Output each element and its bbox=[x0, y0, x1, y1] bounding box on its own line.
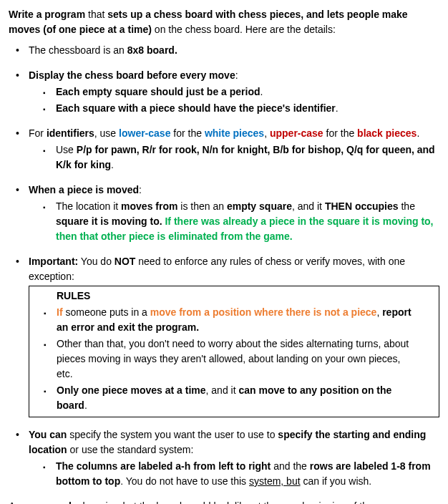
rule-error: If someone puts in a move from a positio… bbox=[57, 305, 412, 335]
sub-piece-notation: Use P/p for pawn, R/r for rook, N/n for … bbox=[56, 142, 439, 173]
rules-box: RULES If someone puts in a move from a p… bbox=[29, 286, 439, 417]
item-moved: When a piece is moved: The location it m… bbox=[29, 183, 439, 244]
item-important: Important: You do NOT need to enforce an… bbox=[29, 254, 439, 417]
rule-other: Other than that, you don't need to worry… bbox=[57, 336, 412, 382]
sub-display: Each empty square should just be a perio… bbox=[29, 84, 439, 116]
sub-rules: If someone puts in a move from a positio… bbox=[57, 305, 412, 413]
rule-one-piece: Only one piece moves at a time, and it c… bbox=[57, 383, 412, 413]
example-intro: As an example, here is what the board wo… bbox=[9, 499, 439, 504]
item-identifiers: For identifiers, use lower-case for the … bbox=[29, 126, 439, 173]
sub-move-rule: The location it moves from is then an em… bbox=[56, 199, 439, 244]
intro-bold-1: Write a program bbox=[9, 9, 85, 20]
sub-system: The columns are labeled a-h from left to… bbox=[29, 459, 439, 489]
rules-title: RULES bbox=[57, 289, 412, 304]
item-display: Display the chess board before every mov… bbox=[29, 68, 439, 116]
item-system: You can specify the system you want the … bbox=[29, 427, 439, 489]
intro-paragraph: Write a program that sets up a chess boa… bbox=[9, 7, 439, 37]
sub-empty-square: Each empty square should just be a perio… bbox=[56, 84, 439, 100]
sub-moved: The location it moves from is then an em… bbox=[29, 199, 439, 244]
item-chessboard: The chessboard is an 8x8 board. bbox=[29, 43, 439, 58]
main-list: The chessboard is an 8x8 board. Display … bbox=[9, 43, 439, 489]
sub-coords: The columns are labeled a-h from left to… bbox=[56, 459, 439, 489]
sub-identifiers: Use P/p for pawn, R/r for rook, N/n for … bbox=[29, 142, 439, 173]
sub-piece-square: Each square with a piece should have the… bbox=[56, 101, 439, 116]
